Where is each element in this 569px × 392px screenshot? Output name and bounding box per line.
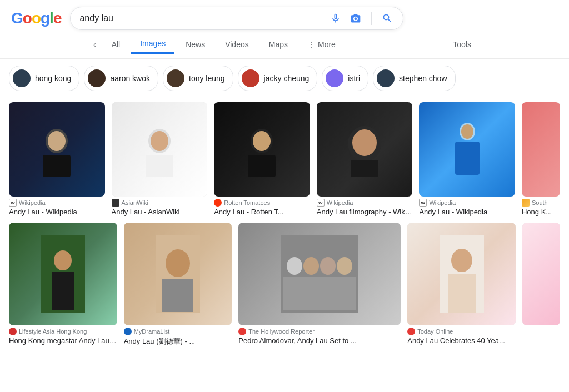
image-8 — [124, 223, 232, 325]
svg-rect-29 — [448, 274, 476, 313]
image-card-1[interactable]: W Wikipedia Andy Lau - Wikipedia — [9, 102, 105, 216]
source-name-6: South — [532, 199, 548, 206]
source-name-8: MyDramaList — [134, 328, 170, 335]
source-favicon-8 — [124, 328, 132, 335]
image-caption-4: Andy Lau filmography - Wikipe... — [317, 208, 413, 216]
nav-item-images[interactable]: Images — [131, 34, 174, 54]
image-source-3: Rotten Tomatoes — [214, 199, 310, 207]
suggestion-chip-stephen-chow[interactable]: stephen chow — [373, 66, 455, 91]
nav-tools-button[interactable]: Tools — [444, 36, 480, 53]
search-icon[interactable] — [381, 12, 394, 25]
image-thumb-4 — [317, 102, 413, 197]
image-caption-6: Hong K... — [522, 208, 560, 216]
chip-thumbnail-jacky-cheung — [242, 69, 259, 87]
chip-thumbnail-tony-leung — [167, 69, 184, 87]
svg-point-8 — [253, 131, 271, 151]
source-name-10: Today Online — [417, 328, 453, 335]
source-favicon-5: W — [419, 199, 427, 207]
nav-item-videos[interactable]: Videos — [216, 36, 258, 53]
image-thumb-2 — [112, 102, 208, 197]
image-caption-8: Andy Lau (劉德華) - ... — [124, 336, 232, 346]
source-name-5: Wikipedia — [429, 199, 456, 206]
svg-point-19 — [166, 249, 190, 277]
image-caption-9: Pedro Almodovar, Andy Lau Set to ... — [238, 336, 401, 345]
suggestion-chip-istri[interactable]: istri — [322, 66, 368, 91]
svg-point-5 — [151, 131, 168, 151]
image-11 — [522, 223, 560, 325]
image-thumb-3 — [214, 102, 310, 197]
image-row-2: Lifestyle Asia Hong Kong Hong Kong megas… — [9, 223, 560, 346]
image-caption-3: Andy Lau - Rotten T... — [214, 208, 310, 216]
image-4 — [317, 102, 413, 197]
chip-label-istri: istri — [348, 74, 360, 83]
search-input[interactable] — [79, 13, 323, 23]
chip-thumbnail-stephen-chow — [377, 69, 395, 87]
image-card-8[interactable]: MyDramaList Andy Lau (劉德華) - ... — [124, 223, 232, 346]
nav-item-news[interactable]: News — [177, 36, 214, 53]
nav-back-arrow[interactable]: ‹ — [89, 36, 101, 53]
svg-rect-26 — [283, 277, 356, 310]
image-10 — [407, 223, 516, 325]
svg-point-14 — [461, 124, 473, 139]
image-source-8: MyDramaList — [124, 328, 232, 335]
image-source-7: Lifestyle Asia Hong Kong — [9, 328, 117, 335]
image-card-6-partial[interactable]: South Hong K... — [522, 102, 560, 216]
image-card-5[interactable]: W Wikipedia Andy Lau - Wikipedia — [419, 102, 515, 216]
nav-item-maps[interactable]: Maps — [260, 36, 297, 53]
image-card-3[interactable]: Rotten Tomatoes Andy Lau - Rotten T... — [214, 102, 310, 216]
source-favicon-3 — [214, 199, 222, 207]
image-thumb-11 — [522, 223, 560, 325]
nav-item-more[interactable]: ⋮ More — [299, 36, 345, 53]
google-logo[interactable]: Google — [11, 9, 61, 27]
image-card-10[interactable]: Today Online Andy Lau Celebrates 40 Yea.… — [407, 223, 516, 346]
source-name-4: Wikipedia — [327, 199, 353, 206]
image-caption-1: Andy Lau - Wikipedia — [9, 208, 105, 216]
search-bar — [70, 7, 403, 30]
nav-item-all[interactable]: All — [103, 36, 129, 53]
source-favicon-4: W — [317, 199, 325, 207]
svg-point-24 — [320, 257, 336, 275]
image-6 — [522, 102, 560, 197]
image-thumb-10 — [407, 223, 516, 325]
search-icons — [329, 12, 394, 25]
svg-rect-17 — [52, 272, 74, 310]
image-card-2[interactable]: AsianWiki Andy Lau - AsianWiki — [112, 102, 208, 216]
source-favicon-6 — [522, 199, 530, 207]
image-card-11-partial[interactable] — [522, 223, 560, 346]
microphone-icon[interactable] — [329, 12, 342, 25]
image-thumb-6 — [522, 102, 560, 197]
suggestion-chip-hong-kong[interactable]: hong kong — [9, 66, 79, 91]
camera-icon[interactable] — [349, 12, 362, 25]
image-thumb-9 — [238, 223, 401, 325]
source-favicon-7 — [9, 328, 17, 335]
image-thumb-5 — [419, 102, 515, 197]
image-results: W Wikipedia Andy Lau - Wikipedia AsianWi… — [0, 98, 569, 358]
image-card-9[interactable]: The Hollywood Reporter Pedro Almodovar, … — [238, 223, 401, 346]
image-thumb-1 — [9, 102, 105, 197]
image-source-10: Today Online — [407, 328, 516, 335]
suggestion-chip-tony-leung[interactable]: tony leung — [163, 66, 233, 91]
image-card-4[interactable]: W Wikipedia Andy Lau filmography - Wikip… — [317, 102, 413, 216]
image-2 — [112, 102, 208, 197]
logo-o2: o — [32, 9, 41, 27]
svg-point-25 — [337, 257, 352, 275]
image-card-7[interactable]: Lifestyle Asia Hong Kong Hong Kong megas… — [9, 223, 117, 346]
image-source-2: AsianWiki — [112, 199, 208, 207]
image-source-4: W Wikipedia — [317, 199, 413, 207]
svg-rect-11 — [351, 160, 378, 177]
image-1 — [9, 102, 105, 197]
image-3 — [214, 102, 310, 197]
svg-point-23 — [303, 257, 319, 275]
logo-g: G — [11, 9, 23, 27]
chip-label-hong-kong: hong kong — [35, 74, 71, 83]
chip-label-tony-leung: tony leung — [189, 74, 225, 83]
chip-label-jacky-cheung: jacky cheung — [264, 74, 310, 83]
source-name-7: Lifestyle Asia Hong Kong — [19, 328, 87, 335]
svg-rect-4 — [146, 155, 173, 177]
logo-g2: g — [41, 9, 49, 27]
suggestion-chip-jacky-cheung[interactable]: jacky cheung — [238, 66, 318, 91]
image-caption-7: Hong Kong megastar Andy Lau ... — [9, 336, 117, 345]
search-nav: ‹ All Images News Videos Maps ⋮ More Too… — [0, 30, 569, 59]
suggestion-chip-aaron-kwok[interactable]: aaron kwok — [84, 66, 158, 91]
svg-rect-20 — [162, 279, 193, 312]
